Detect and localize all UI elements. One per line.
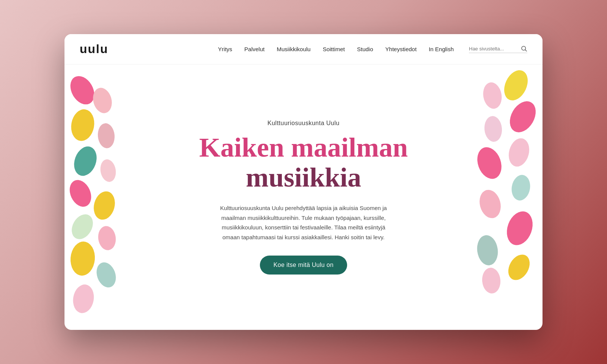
nav-links: Yritys Palvelut Musiikkikoulu Soittimet …: [218, 46, 454, 53]
navbar: uULU Yritys Palvelut Musiikkikoulu Soitt…: [64, 34, 543, 64]
svg-point-19: [506, 136, 532, 169]
svg-point-14: [71, 283, 96, 315]
site-logo[interactable]: uULU: [80, 42, 109, 56]
svg-point-22: [476, 187, 504, 220]
svg-point-26: [481, 267, 502, 294]
hero-heading-line1: Kaiken maailman: [199, 132, 408, 163]
svg-point-13: [93, 260, 119, 290]
search-area[interactable]: [469, 45, 527, 53]
svg-point-0: [522, 46, 526, 50]
svg-point-20: [473, 144, 506, 182]
petals-right: [467, 64, 543, 330]
search-input[interactable]: [469, 46, 518, 52]
svg-point-18: [483, 115, 503, 143]
svg-point-9: [91, 189, 118, 222]
main-content: Kulttuuriosuuskunta Uulu Kaiken maailman…: [64, 64, 543, 330]
svg-line-1: [525, 50, 527, 51]
svg-point-23: [502, 208, 537, 249]
svg-point-17: [505, 97, 541, 137]
svg-point-25: [504, 251, 534, 284]
nav-item-studio[interactable]: Studio: [357, 46, 373, 53]
svg-point-8: [66, 176, 95, 210]
logo-text: uULU: [80, 42, 109, 56]
nav-item-yhteystiedot[interactable]: Yhteystiedot: [385, 46, 417, 53]
svg-point-4: [69, 107, 97, 143]
svg-point-6: [70, 143, 101, 179]
nav-item-soittimet[interactable]: Soittimet: [323, 46, 345, 53]
nav-item-in-english[interactable]: In English: [429, 46, 454, 53]
nav-item-palvelut[interactable]: Palvelut: [244, 46, 264, 53]
svg-point-5: [97, 122, 116, 149]
nav-item-yritys[interactable]: Yritys: [218, 46, 233, 53]
nav-item-musiikkikoulu[interactable]: Musiikkikoulu: [277, 46, 310, 53]
browser-window: uULU Yritys Palvelut Musiikkikoulu Soitt…: [64, 34, 543, 330]
svg-point-21: [510, 173, 532, 202]
search-icon[interactable]: [521, 45, 527, 52]
svg-point-3: [90, 86, 115, 115]
svg-point-7: [99, 158, 118, 183]
hero-subtitle: Kulttuuriosuuskunta Uulu: [199, 120, 408, 127]
petals-left: [64, 64, 148, 330]
hero-content: Kulttuuriosuuskunta Uulu Kaiken maailman…: [199, 120, 408, 275]
svg-point-24: [475, 234, 500, 267]
svg-point-12: [69, 240, 96, 276]
svg-point-15: [500, 66, 532, 104]
svg-point-10: [68, 210, 97, 243]
hero-description: Kulttuuriosuuskunta Uulu perehdyttää lap…: [212, 203, 395, 242]
svg-point-16: [481, 81, 503, 110]
hero-heading-line2: musiikkia: [199, 163, 408, 193]
cta-button[interactable]: Koe itse mitä Uulu on: [260, 256, 347, 275]
svg-point-11: [97, 225, 117, 251]
hero-heading: Kaiken maailman musiikkia: [199, 133, 408, 193]
